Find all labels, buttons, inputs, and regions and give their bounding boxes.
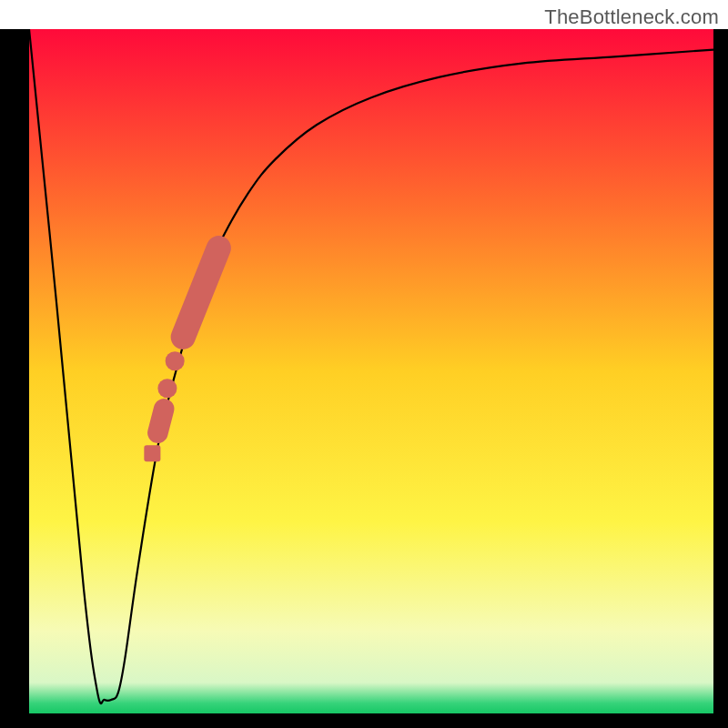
marker-bar-3 (157, 409, 164, 432)
frame-left-2 (0, 29, 29, 728)
chart-svg (0, 0, 728, 728)
marker-dot-1 (166, 351, 185, 370)
marker-dot-2 (157, 379, 177, 398)
frame-right-2 (713, 29, 728, 728)
attribution-text: TheBottleneck.com (544, 5, 719, 29)
bottleneck-chart: TheBottleneck.com (0, 0, 728, 728)
marker-square-4 (144, 445, 160, 461)
frame-bottom-2 (0, 713, 728, 728)
